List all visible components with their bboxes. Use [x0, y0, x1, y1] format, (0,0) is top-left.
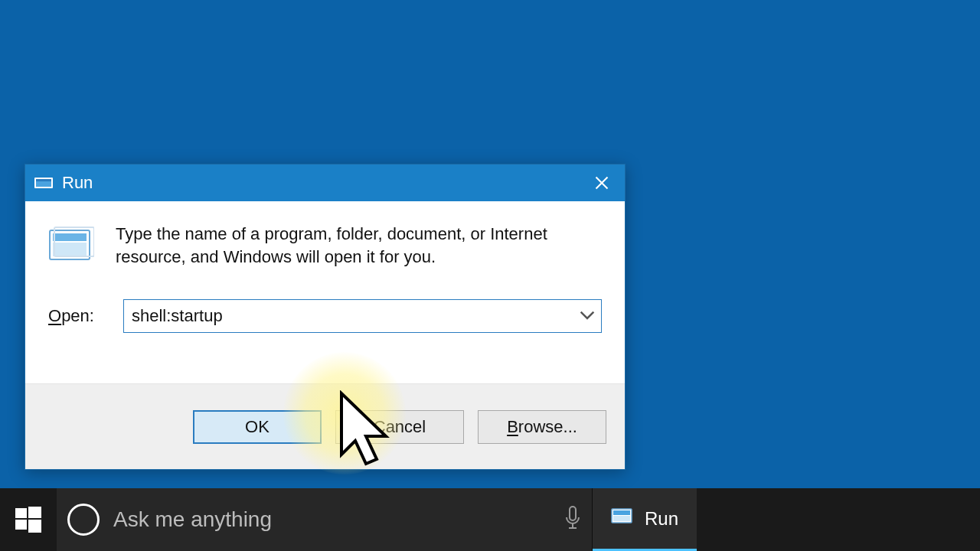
windows-logo-icon: [15, 507, 41, 533]
svg-rect-5: [53, 243, 87, 256]
svg-rect-11: [570, 507, 576, 520]
chevron-down-icon[interactable]: [580, 308, 595, 324]
svg-rect-15: [613, 510, 630, 515]
open-input[interactable]: [132, 306, 593, 326]
run-titlebar-icon: [34, 174, 53, 191]
svg-rect-8: [28, 507, 41, 518]
taskbar: Ask me anything Run: [0, 488, 980, 551]
svg-rect-2: [36, 179, 51, 181]
run-title: Run: [62, 173, 93, 193]
svg-rect-10: [28, 520, 41, 533]
run-titlebar[interactable]: Run: [25, 165, 625, 201]
search-placeholder: Ask me anything: [113, 507, 550, 532]
ok-button-label: OK: [245, 417, 270, 437]
cancel-button-label: Cancel: [374, 417, 426, 437]
svg-rect-16: [613, 516, 630, 521]
svg-rect-7: [15, 508, 27, 518]
svg-rect-4: [53, 233, 87, 241]
browse-button[interactable]: Browse...: [478, 410, 606, 444]
start-button[interactable]: [0, 488, 57, 551]
browse-button-label: Browse...: [507, 417, 577, 437]
open-label: Open:: [48, 306, 109, 326]
microphone-icon[interactable]: [564, 505, 581, 534]
open-label-accel: O: [48, 306, 61, 325]
svg-rect-9: [15, 520, 27, 530]
run-app-icon: [48, 226, 94, 272]
cortana-icon: [67, 504, 100, 536]
cancel-button[interactable]: Cancel: [335, 410, 464, 444]
open-combobox[interactable]: [123, 299, 602, 333]
open-label-rest: pen:: [61, 306, 94, 325]
close-icon: [595, 176, 609, 190]
ok-button[interactable]: OK: [193, 410, 322, 444]
run-dialog: Run Type the name of a program, folder, …: [24, 164, 626, 470]
run-taskbar-icon: [611, 507, 634, 531]
close-button[interactable]: [579, 165, 625, 201]
run-body: Type the name of a program, folder, docu…: [25, 201, 625, 383]
taskbar-item-run[interactable]: Run: [593, 488, 697, 551]
run-description: Type the name of a program, folder, docu…: [116, 223, 602, 268]
run-button-row: OK Cancel Browse...: [25, 383, 625, 469]
taskbar-search[interactable]: Ask me anything: [57, 488, 593, 551]
taskbar-item-label: Run: [645, 508, 678, 530]
